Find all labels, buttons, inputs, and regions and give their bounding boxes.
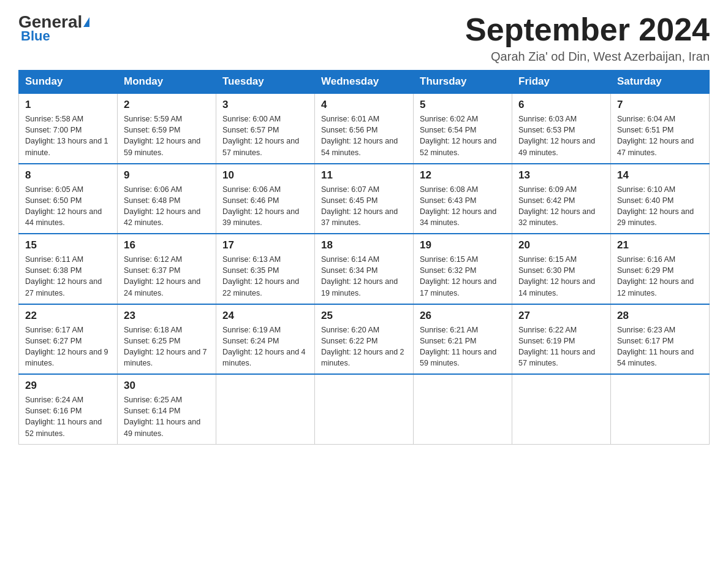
day-info: Sunrise: 6:21 AMSunset: 6:21 PMDaylight:…: [420, 324, 506, 369]
table-row: 3 Sunrise: 6:00 AMSunset: 6:57 PMDayligh…: [216, 93, 315, 164]
day-info: Sunrise: 6:16 AMSunset: 6:29 PMDaylight:…: [617, 254, 703, 299]
day-info: Sunrise: 6:01 AMSunset: 6:56 PMDaylight:…: [321, 113, 407, 158]
day-info: Sunrise: 5:59 AMSunset: 6:59 PMDaylight:…: [124, 113, 210, 158]
day-number: 6: [518, 99, 604, 111]
table-row: 6 Sunrise: 6:03 AMSunset: 6:53 PMDayligh…: [512, 93, 611, 164]
col-wednesday: Wednesday: [315, 71, 414, 94]
day-number: 8: [25, 169, 111, 182]
table-row: 2 Sunrise: 5:59 AMSunset: 6:59 PMDayligh…: [118, 93, 216, 164]
table-row: 22 Sunrise: 6:17 AMSunset: 6:27 PMDaylig…: [19, 304, 118, 375]
day-info: Sunrise: 6:12 AMSunset: 6:37 PMDaylight:…: [124, 254, 210, 299]
table-row: 30 Sunrise: 6:25 AMSunset: 6:14 PMDaylig…: [118, 374, 216, 444]
day-info: Sunrise: 6:00 AMSunset: 6:57 PMDaylight:…: [222, 113, 308, 158]
day-number: 7: [617, 99, 703, 111]
day-number: 29: [25, 380, 111, 392]
week-row-1: 1 Sunrise: 5:58 AMSunset: 7:00 PMDayligh…: [19, 93, 710, 164]
day-number: 1: [25, 99, 111, 111]
day-info: Sunrise: 6:08 AMSunset: 6:43 PMDaylight:…: [420, 184, 506, 229]
table-row: 15 Sunrise: 6:11 AMSunset: 6:38 PMDaylig…: [19, 234, 118, 304]
table-row: 19 Sunrise: 6:15 AMSunset: 6:32 PMDaylig…: [414, 234, 512, 304]
table-row: 7 Sunrise: 6:04 AMSunset: 6:51 PMDayligh…: [611, 93, 710, 164]
location-subtitle: Qarah Zia' od Din, West Azerbaijan, Iran: [465, 50, 710, 64]
logo-triangle-icon: [83, 17, 89, 27]
day-number: 24: [222, 310, 308, 322]
day-info: Sunrise: 6:23 AMSunset: 6:17 PMDaylight:…: [617, 324, 703, 369]
table-row: 24 Sunrise: 6:19 AMSunset: 6:24 PMDaylig…: [216, 304, 315, 375]
table-row: 12 Sunrise: 6:08 AMSunset: 6:43 PMDaylig…: [414, 164, 512, 234]
day-info: Sunrise: 6:06 AMSunset: 6:46 PMDaylight:…: [222, 184, 308, 229]
day-number: 9: [124, 169, 210, 182]
day-info: Sunrise: 6:02 AMSunset: 6:54 PMDaylight:…: [420, 113, 506, 158]
day-number: 16: [124, 239, 210, 251]
day-number: 22: [25, 310, 111, 322]
day-number: 17: [222, 239, 308, 251]
day-number: 10: [222, 169, 308, 182]
table-row: 1 Sunrise: 5:58 AMSunset: 7:00 PMDayligh…: [19, 93, 118, 164]
day-info: Sunrise: 6:09 AMSunset: 6:42 PMDaylight:…: [518, 184, 604, 229]
day-number: 28: [617, 310, 703, 322]
table-row: [216, 374, 315, 444]
day-info: Sunrise: 6:10 AMSunset: 6:40 PMDaylight:…: [617, 184, 703, 229]
day-number: 13: [518, 169, 604, 182]
logo-blue-text: Blue: [21, 28, 50, 44]
day-number: 26: [420, 310, 506, 322]
table-row: [611, 374, 710, 444]
title-area: September 2024 Qarah Zia' od Din, West A…: [465, 12, 710, 64]
table-row: 27 Sunrise: 6:22 AMSunset: 6:19 PMDaylig…: [512, 304, 611, 375]
table-row: 20 Sunrise: 6:15 AMSunset: 6:30 PMDaylig…: [512, 234, 611, 304]
table-row: 21 Sunrise: 6:16 AMSunset: 6:29 PMDaylig…: [611, 234, 710, 304]
day-number: 23: [124, 310, 210, 322]
col-friday: Friday: [512, 71, 611, 94]
day-info: Sunrise: 6:04 AMSunset: 6:51 PMDaylight:…: [617, 113, 703, 158]
day-number: 4: [321, 99, 407, 111]
day-number: 30: [124, 380, 210, 392]
day-number: 5: [420, 99, 506, 111]
day-info: Sunrise: 5:58 AMSunset: 7:00 PMDaylight:…: [25, 113, 111, 158]
day-info: Sunrise: 6:17 AMSunset: 6:27 PMDaylight:…: [25, 324, 111, 369]
day-number: 19: [420, 239, 506, 251]
day-number: 11: [321, 169, 407, 182]
table-row: 25 Sunrise: 6:20 AMSunset: 6:22 PMDaylig…: [315, 304, 414, 375]
day-info: Sunrise: 6:06 AMSunset: 6:48 PMDaylight:…: [124, 184, 210, 229]
logo: General Blue: [18, 12, 89, 44]
table-row: 14 Sunrise: 6:10 AMSunset: 6:40 PMDaylig…: [611, 164, 710, 234]
day-info: Sunrise: 6:13 AMSunset: 6:35 PMDaylight:…: [222, 254, 308, 299]
table-row: 29 Sunrise: 6:24 AMSunset: 6:16 PMDaylig…: [19, 374, 118, 444]
day-number: 27: [518, 310, 604, 322]
day-number: 12: [420, 169, 506, 182]
day-number: 15: [25, 239, 111, 251]
day-number: 18: [321, 239, 407, 251]
week-row-5: 29 Sunrise: 6:24 AMSunset: 6:16 PMDaylig…: [19, 374, 710, 444]
page-header: General Blue September 2024 Qarah Zia' o…: [18, 12, 710, 64]
week-row-2: 8 Sunrise: 6:05 AMSunset: 6:50 PMDayligh…: [19, 164, 710, 234]
day-info: Sunrise: 6:25 AMSunset: 6:14 PMDaylight:…: [124, 394, 210, 439]
table-row: 17 Sunrise: 6:13 AMSunset: 6:35 PMDaylig…: [216, 234, 315, 304]
table-row: 16 Sunrise: 6:12 AMSunset: 6:37 PMDaylig…: [118, 234, 216, 304]
col-thursday: Thursday: [414, 71, 512, 94]
day-info: Sunrise: 6:18 AMSunset: 6:25 PMDaylight:…: [124, 324, 210, 369]
table-row: 8 Sunrise: 6:05 AMSunset: 6:50 PMDayligh…: [19, 164, 118, 234]
table-row: 10 Sunrise: 6:06 AMSunset: 6:46 PMDaylig…: [216, 164, 315, 234]
table-row: [512, 374, 611, 444]
table-row: 18 Sunrise: 6:14 AMSunset: 6:34 PMDaylig…: [315, 234, 414, 304]
col-sunday: Sunday: [19, 71, 118, 94]
table-row: 4 Sunrise: 6:01 AMSunset: 6:56 PMDayligh…: [315, 93, 414, 164]
day-info: Sunrise: 6:03 AMSunset: 6:53 PMDaylight:…: [518, 113, 604, 158]
table-row: [315, 374, 414, 444]
col-monday: Monday: [118, 71, 216, 94]
day-info: Sunrise: 6:15 AMSunset: 6:32 PMDaylight:…: [420, 254, 506, 299]
col-tuesday: Tuesday: [216, 71, 315, 94]
day-info: Sunrise: 6:14 AMSunset: 6:34 PMDaylight:…: [321, 254, 407, 299]
table-row: 26 Sunrise: 6:21 AMSunset: 6:21 PMDaylig…: [414, 304, 512, 375]
table-row: 28 Sunrise: 6:23 AMSunset: 6:17 PMDaylig…: [611, 304, 710, 375]
day-number: 14: [617, 169, 703, 182]
day-info: Sunrise: 6:24 AMSunset: 6:16 PMDaylight:…: [25, 394, 111, 439]
day-number: 3: [222, 99, 308, 111]
day-info: Sunrise: 6:19 AMSunset: 6:24 PMDaylight:…: [222, 324, 308, 369]
table-row: 5 Sunrise: 6:02 AMSunset: 6:54 PMDayligh…: [414, 93, 512, 164]
calendar-header-row: Sunday Monday Tuesday Wednesday Thursday…: [19, 71, 710, 94]
day-number: 20: [518, 239, 604, 251]
week-row-3: 15 Sunrise: 6:11 AMSunset: 6:38 PMDaylig…: [19, 234, 710, 304]
table-row: [414, 374, 512, 444]
day-info: Sunrise: 6:07 AMSunset: 6:45 PMDaylight:…: [321, 184, 407, 229]
